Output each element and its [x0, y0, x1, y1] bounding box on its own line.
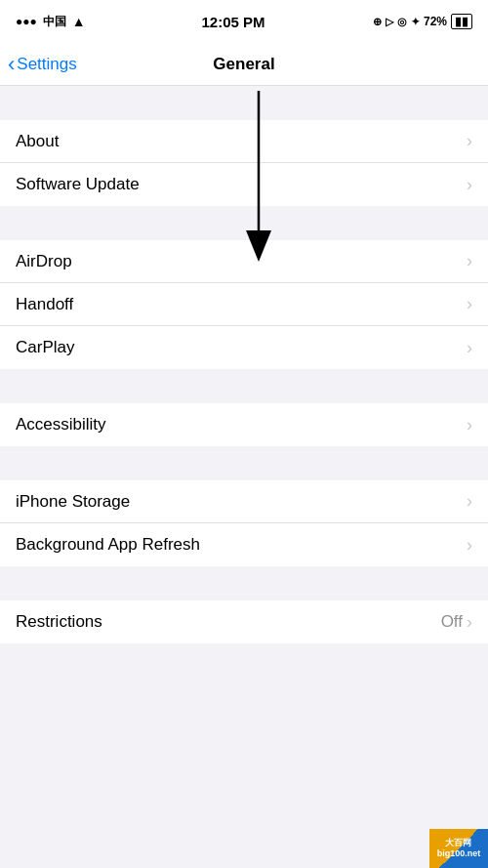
list-item-background-app-refresh[interactable]: Background App Refresh › [0, 523, 488, 566]
airdrop-chevron-icon: › [467, 251, 472, 271]
carrier-name: 中国 [43, 14, 66, 30]
about-right: › [467, 131, 472, 151]
back-label: Settings [17, 55, 76, 74]
about-chevron-icon: › [467, 131, 472, 151]
handoff-label: Handoff [16, 295, 73, 314]
section-group-1: About › Software Update › [0, 120, 488, 206]
battery-percentage: 72% [424, 15, 447, 28]
software-update-right: › [467, 175, 472, 195]
status-time: 12:05 PM [201, 14, 264, 30]
back-arrow-icon: ‹ [8, 54, 15, 75]
section-group-5: Restrictions Off › [0, 600, 488, 643]
list-item-accessibility[interactable]: Accessibility › [0, 403, 488, 446]
watermark-site: 大百网 [437, 838, 481, 848]
bluetooth-icon: ✦ [411, 16, 420, 28]
content-area: About › Software Update › AirDrop › [0, 86, 488, 868]
section-group-4: iPhone Storage › Background App Refresh … [0, 480, 488, 566]
list-item-airdrop[interactable]: AirDrop › [0, 240, 488, 283]
spacer-2 [0, 369, 488, 403]
back-button[interactable]: ‹ Settings [8, 54, 77, 75]
restrictions-right: Off › [441, 612, 472, 633]
navigation-icon: ▷ [386, 16, 393, 28]
watermark-text: 大百网 big100.net [437, 838, 481, 859]
list-item-about[interactable]: About › [0, 120, 488, 163]
background-app-refresh-label: Background App Refresh [16, 535, 200, 555]
accessibility-label: Accessibility [16, 415, 106, 434]
watermark-url: big100.net [437, 848, 481, 859]
list-item-software-update[interactable]: Software Update › [0, 163, 488, 206]
airdrop-label: AirDrop [16, 252, 72, 271]
accessibility-right: › [467, 415, 472, 435]
location-icon: ⊕ [373, 16, 382, 28]
carplay-chevron-icon: › [467, 338, 472, 358]
section-group-2: AirDrop › Handoff › CarPlay › [0, 240, 488, 369]
spacer-1 [0, 206, 488, 240]
nav-bar: ‹ Settings General [0, 43, 488, 86]
background-app-refresh-chevron-icon: › [467, 535, 472, 556]
status-right: ⊕ ▷ ◎ ✦ 72% ▮▮ [373, 14, 472, 29]
background-app-refresh-right: › [467, 535, 472, 556]
software-update-label: Software Update [16, 175, 140, 194]
iphone-storage-right: › [467, 491, 472, 512]
list-item-restrictions[interactable]: Restrictions Off › [0, 600, 488, 643]
airdrop-right: › [467, 251, 472, 271]
list-item-carplay[interactable]: CarPlay › [0, 326, 488, 369]
alarm-icon: ◎ [397, 16, 407, 28]
iphone-storage-label: iPhone Storage [16, 492, 130, 512]
spacer-3 [0, 446, 488, 480]
accessibility-chevron-icon: › [467, 415, 472, 435]
list-item-handoff[interactable]: Handoff › [0, 283, 488, 326]
battery-icon: ▮▮ [451, 14, 472, 29]
iphone-storage-chevron-icon: › [467, 491, 472, 512]
bottom-padding [0, 643, 488, 702]
status-left: ●●● 中国 ▲ [16, 14, 94, 30]
software-update-chevron-icon: › [467, 175, 472, 195]
list-item-iphone-storage[interactable]: iPhone Storage › [0, 480, 488, 523]
carplay-right: › [467, 338, 472, 358]
restrictions-label: Restrictions [16, 612, 102, 632]
restrictions-chevron-icon: › [467, 612, 472, 633]
wifi-icon: ▲ [72, 14, 86, 29]
handoff-right: › [467, 294, 472, 314]
restrictions-value: Off [441, 612, 463, 632]
spacer-4 [0, 566, 488, 600]
section-group-3: Accessibility › [0, 403, 488, 446]
status-bar: ●●● 中国 ▲ 12:05 PM ⊕ ▷ ◎ ✦ 72% ▮▮ [0, 0, 488, 43]
nav-title: General [213, 55, 274, 74]
handoff-chevron-icon: › [467, 294, 472, 314]
top-spacer [0, 86, 488, 120]
watermark: 大百网 big100.net [429, 829, 488, 868]
carplay-label: CarPlay [16, 338, 74, 357]
about-label: About [16, 132, 59, 151]
signal-bars: ●●● [16, 15, 37, 28]
